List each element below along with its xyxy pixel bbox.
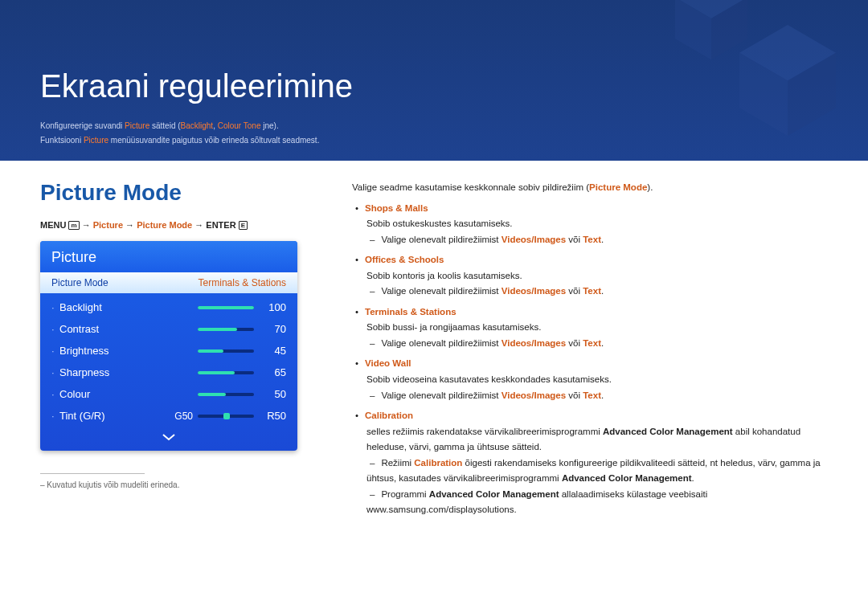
osd-picture-mode-value: Terminals & Stations — [199, 277, 286, 288]
mode-item: Offices & SchoolsSobib kontoris ja kooli… — [352, 252, 828, 300]
chevron-down-icon[interactable] — [40, 427, 297, 451]
slider[interactable] — [198, 306, 254, 309]
mode-item-calibration: Calibrationselles režiimis rakendatakse … — [352, 408, 828, 518]
slider[interactable] — [198, 393, 254, 396]
osd-slider-row[interactable]: ·Colour50 — [40, 383, 297, 405]
mode-item: Terminals & StationsSobib bussi- ja rong… — [352, 304, 828, 352]
mode-sub-item: Režiimi Calibration õigesti rakendamisek… — [366, 456, 828, 487]
osd-picture-mode-label: Picture Mode — [51, 277, 108, 288]
mode-item: Shops & MallsSobib ostukeskustes kasutam… — [352, 201, 828, 248]
section-title: Picture Mode — [40, 180, 338, 206]
slider[interactable] — [198, 349, 254, 353]
enter-icon: E — [239, 221, 248, 230]
mode-sub-item: Valige olenevalt pildirežiimist Videos/I… — [366, 284, 828, 300]
osd-slider-row[interactable]: ·Sharpness65 — [40, 362, 297, 383]
osd-panel: Picture Picture Mode Terminals & Station… — [40, 241, 297, 451]
page-title: Ekraani reguleerimine — [40, 68, 828, 104]
osd-slider-row[interactable]: ·Backlight100 — [40, 296, 297, 318]
osd-header: Picture — [40, 241, 297, 272]
footnote-divider — [40, 473, 145, 474]
osd-tint-row[interactable]: · Tint (G/R) G50 R50 — [40, 405, 297, 427]
footnote: – Kuvatud kujutis võib mudeliti erineda. — [40, 480, 338, 489]
tint-slider[interactable] — [198, 415, 254, 418]
intro-text: Konfigureerige suvandi Picture sätteid (… — [40, 119, 828, 148]
description-column: Valige seadme kasutamise keskkonnale sob… — [338, 180, 828, 523]
osd-slider-row[interactable]: ·Brightness45 — [40, 340, 297, 362]
mode-sub-item: Programmi Advanced Color Management alla… — [366, 487, 828, 518]
menu-icon: m — [68, 221, 79, 230]
mode-item: Video WallSobib videoseina kasutavates k… — [352, 356, 828, 403]
mode-sub-item: Valige olenevalt pildirežiimist Videos/I… — [366, 232, 828, 248]
menu-breadcrumb: MENU m → Picture → Picture Mode → ENTER … — [40, 220, 338, 230]
osd-picture-mode-row[interactable]: Picture Mode Terminals & Stations — [40, 272, 297, 293]
slider[interactable] — [198, 371, 254, 374]
mode-sub-item: Valige olenevalt pildirežiimist Videos/I… — [366, 388, 828, 404]
slider[interactable] — [198, 328, 254, 331]
osd-slider-row[interactable]: ·Contrast70 — [40, 318, 297, 340]
mode-sub-item: Valige olenevalt pildirežiimist Videos/I… — [366, 336, 828, 352]
